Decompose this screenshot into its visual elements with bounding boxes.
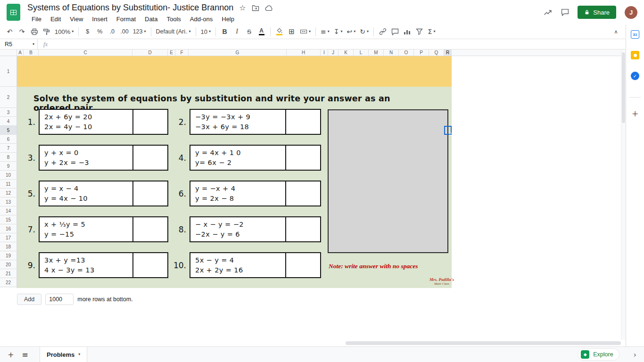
problem-equations-cell[interactable]: −3y = −3x + 9 −3x + 6y = 18	[190, 109, 286, 135]
row-header[interactable]: 16	[0, 224, 17, 233]
trending-stats-icon[interactable]	[544, 9, 553, 16]
sheet-tab-problems[interactable]: Problems ▾	[40, 347, 87, 362]
row-header[interactable]: 12	[0, 189, 17, 197]
vertical-align-button[interactable]: ↧▾	[332, 26, 345, 37]
answer-cell[interactable]	[132, 216, 168, 242]
row-header[interactable]: 22	[0, 278, 17, 287]
menu-item[interactable]: View	[66, 15, 87, 24]
format-percent-button[interactable]: %	[94, 26, 106, 37]
bold-button[interactable]: B	[219, 26, 231, 37]
keep-icon[interactable]	[631, 51, 639, 59]
answer-cell[interactable]	[285, 216, 321, 242]
menu-item[interactable]: Edit	[46, 15, 65, 24]
row-header[interactable]: 8	[0, 153, 17, 162]
move-to-folder-icon[interactable]	[252, 5, 259, 11]
column-header[interactable]: C	[39, 49, 132, 56]
italic-button[interactable]: I	[231, 26, 243, 37]
redo-button[interactable]: ↷	[16, 26, 28, 37]
row-header[interactable]: 14	[0, 206, 17, 215]
row-header[interactable]: 3	[0, 108, 17, 117]
decrease-decimal-button[interactable]: .0	[106, 26, 118, 37]
font-size-select[interactable]: 10▾	[199, 26, 213, 37]
column-header[interactable]: F	[175, 49, 189, 56]
merge-cells-button[interactable]: ▾	[298, 26, 313, 37]
answer-cell[interactable]	[132, 145, 168, 171]
font-family-select[interactable]: Default (Ari...▾	[154, 26, 193, 37]
row-header[interactable]: 1	[0, 56, 17, 87]
horizontal-align-button[interactable]: ≡▾	[319, 26, 331, 37]
calendar-icon[interactable]: 31	[631, 30, 639, 39]
row-header[interactable]: 5	[0, 126, 17, 135]
row-header[interactable]: 17	[0, 233, 17, 242]
print-button[interactable]	[28, 26, 40, 37]
rows-count-input[interactable]	[45, 294, 74, 305]
problem-equations-cell[interactable]: 3x + y =13 4 x − 3y = 13	[39, 252, 133, 278]
menu-item[interactable]: File	[27, 15, 46, 24]
tasks-icon[interactable]: ✓	[631, 72, 639, 80]
row-header[interactable]: 19	[0, 251, 17, 260]
vertical-scrollbar-track[interactable]	[621, 49, 626, 340]
account-avatar[interactable]: J	[625, 6, 637, 19]
answer-cell[interactable]	[285, 145, 321, 171]
column-header[interactable]: G	[189, 49, 287, 56]
menu-item[interactable]: Tools	[162, 15, 185, 24]
cloud-saved-icon[interactable]	[265, 5, 273, 11]
problem-equations-cell[interactable]: 5x − y = 4 2x + 2y = 16	[190, 252, 286, 278]
name-box[interactable]: R5 ▾	[0, 39, 38, 49]
document-title[interactable]: Systems of Equations by Substitution- Ju…	[27, 3, 233, 13]
text-wrap-button[interactable]: ↩▾	[345, 26, 358, 37]
comment-history-icon[interactable]	[561, 8, 569, 16]
text-rotate-button[interactable]: ↻▾	[358, 26, 371, 37]
row-header[interactable]: 11	[0, 180, 17, 189]
strikethrough-button[interactable]: S	[243, 26, 255, 37]
menu-item[interactable]: Data	[140, 15, 162, 24]
menu-item[interactable]: Help	[217, 15, 239, 24]
column-header[interactable]: I	[321, 49, 328, 56]
horizontal-scrollbar[interactable]	[346, 341, 621, 345]
row-header[interactable]: 13	[0, 197, 17, 206]
column-header[interactable]: H	[287, 49, 321, 56]
problem-equations-cell[interactable]: x + ⅓y = 5 y = −15	[39, 216, 133, 242]
column-header[interactable]: N	[384, 49, 399, 56]
fill-color-button[interactable]	[273, 26, 285, 37]
text-color-button[interactable]: A	[256, 26, 267, 37]
row-header[interactable]: 20	[0, 260, 17, 269]
add-rows-button[interactable]: Add	[17, 294, 41, 305]
sheets-logo-icon[interactable]	[7, 4, 20, 21]
format-currency-button[interactable]: $	[82, 26, 93, 37]
zoom-select[interactable]: 100%▾	[53, 26, 75, 37]
fill-handle[interactable]	[450, 133, 452, 135]
create-filter-button[interactable]	[413, 26, 425, 37]
increase-decimal-button[interactable]: .00	[118, 26, 130, 37]
answer-cell[interactable]	[132, 181, 168, 206]
menu-item[interactable]: Insert	[88, 15, 112, 24]
star-icon[interactable]: ☆	[239, 4, 246, 12]
row-header[interactable]: 21	[0, 269, 17, 278]
column-header[interactable]: P	[414, 49, 429, 56]
column-header[interactable]: Q	[429, 49, 444, 56]
share-button[interactable]: Share	[578, 6, 616, 19]
column-header[interactable]: K	[339, 49, 354, 56]
column-header[interactable]: E	[168, 49, 175, 56]
column-header[interactable]: D	[132, 49, 168, 56]
row-header[interactable]: 9	[0, 162, 17, 171]
answer-cell[interactable]	[285, 109, 321, 135]
problem-equations-cell[interactable]: y = x − 4 y = 4x − 10	[39, 181, 133, 206]
all-sheets-menu-button[interactable]: ≡	[19, 348, 31, 361]
problem-equations-cell[interactable]: − x − y = −2 −2x − y = 6	[190, 216, 286, 242]
answer-cell[interactable]	[285, 252, 321, 278]
collapse-panel-chevron-icon[interactable]: ›	[634, 350, 636, 359]
functions-button[interactable]: Σ▾	[426, 26, 438, 37]
problem-equations-cell[interactable]: y + x = 0 y + 2x = −3	[39, 145, 133, 171]
column-header[interactable]: J	[328, 49, 339, 56]
problem-equations-cell[interactable]: y = 4x + 1 0 y= 6x − 2	[190, 145, 286, 171]
menu-item[interactable]: Format	[112, 15, 140, 24]
selected-cell-outline[interactable]	[444, 126, 452, 135]
answer-cell[interactable]	[132, 252, 168, 278]
insert-comment-button[interactable]	[389, 26, 401, 37]
undo-button[interactable]: ↶	[4, 26, 16, 37]
paint-format-button[interactable]	[41, 26, 52, 37]
vertical-scrollbar-thumb[interactable]	[622, 52, 625, 123]
row-header[interactable]: 18	[0, 242, 17, 251]
answer-cell[interactable]	[132, 109, 168, 135]
